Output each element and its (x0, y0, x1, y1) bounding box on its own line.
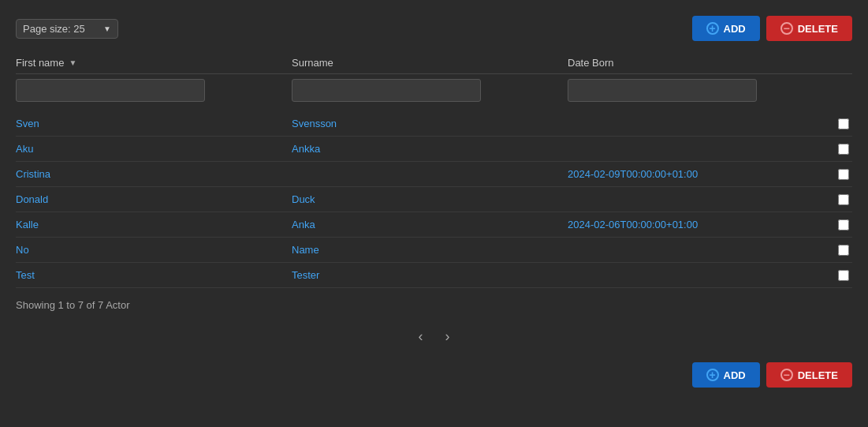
bottom-toolbar-buttons: + ADD − DELETE (692, 362, 852, 388)
row-checkbox[interactable] (838, 144, 849, 155)
delete-label-top: DELETE (798, 23, 838, 35)
prev-page-button[interactable]: ‹ (414, 327, 428, 346)
row-checkbox[interactable] (838, 169, 849, 180)
table-row: DonaldDuck (16, 187, 852, 212)
filter-row (16, 76, 852, 108)
top-toolbar: Page size: 25 ▼ + ADD − DELETE (16, 16, 852, 41)
col-header-firstname[interactable]: First name ▼ (16, 57, 292, 69)
filter-surname-input[interactable] (292, 79, 481, 102)
chevron-down-icon: ▼ (103, 24, 111, 33)
pagination-controls: ‹ › (16, 327, 852, 346)
col-header-dateborn[interactable]: Date Born (568, 57, 829, 69)
toolbar-buttons: + ADD − DELETE (692, 16, 852, 41)
filter-firstname-input[interactable] (16, 79, 205, 102)
add-label-top: ADD (724, 23, 746, 35)
sort-arrow-firstname: ▼ (69, 58, 76, 67)
row-checkbox[interactable] (838, 118, 849, 129)
cell-surname[interactable]: Name (292, 244, 568, 256)
delete-button-bottom[interactable]: − DELETE (766, 362, 852, 388)
delete-button-top[interactable]: − DELETE (766, 16, 852, 41)
cell-firstname[interactable]: Donald (16, 193, 292, 205)
cell-dateborn: 2024-02-09T00:00:00+01:00 (568, 168, 829, 180)
col-header-surname[interactable]: Surname (292, 57, 568, 69)
col-firstname-label: First name (16, 57, 64, 69)
cell-checkbox (829, 245, 852, 256)
add-button-bottom[interactable]: + ADD (692, 362, 760, 388)
table-row: NoName (16, 238, 852, 263)
cell-checkbox (829, 144, 852, 155)
table-row: Cristina2024-02-09T00:00:00+01:00 (16, 162, 852, 187)
cell-dateborn: 2024-02-06T00:00:00+01:00 (568, 219, 829, 230)
cell-checkbox (829, 194, 852, 205)
bottom-toolbar: + ADD − DELETE (16, 362, 852, 388)
cell-firstname[interactable]: Cristina (16, 168, 292, 180)
add-button-top[interactable]: + ADD (692, 16, 760, 41)
cell-firstname[interactable]: Kalle (16, 219, 292, 230)
row-checkbox[interactable] (838, 219, 849, 230)
table-header: First name ▼ Surname Date Born (16, 57, 852, 74)
delete-icon-top: − (780, 22, 793, 35)
table-row: AkuAnkka (16, 137, 852, 162)
filter-dateborn-input[interactable] (568, 79, 757, 102)
pagination-info: Showing 1 to 7 of 7 Actor (16, 299, 852, 311)
table-row: KalleAnka2024-02-06T00:00:00+01:00 (16, 212, 852, 238)
cell-surname[interactable]: Tester (292, 269, 568, 281)
table-rows: SvenSvenssonAkuAnkkaCristina2024-02-09T0… (16, 111, 852, 288)
cell-surname[interactable]: Svensson (292, 118, 568, 129)
cell-firstname[interactable]: Sven (16, 118, 292, 129)
cell-checkbox (829, 169, 852, 180)
row-checkbox[interactable] (838, 270, 849, 281)
delete-icon-bottom: − (780, 369, 793, 381)
table-row: TestTester (16, 263, 852, 288)
page-size-select[interactable]: Page size: 25 ▼ (16, 19, 118, 39)
delete-label-bottom: DELETE (798, 369, 838, 381)
col-surname-label: Surname (292, 57, 333, 69)
row-checkbox[interactable] (838, 194, 849, 205)
add-label-bottom: ADD (724, 369, 746, 381)
cell-checkbox (829, 270, 852, 281)
next-page-button[interactable]: › (441, 327, 455, 346)
cell-surname[interactable]: Anka (292, 219, 568, 230)
cell-firstname[interactable]: Aku (16, 143, 292, 155)
cell-firstname[interactable]: No (16, 244, 292, 256)
page-size-label: Page size: 25 (23, 23, 85, 35)
cell-checkbox (829, 219, 852, 230)
cell-surname[interactable]: Ankka (292, 143, 568, 155)
add-icon: + (706, 22, 719, 35)
add-icon-bottom: + (706, 369, 719, 381)
row-checkbox[interactable] (838, 245, 849, 256)
cell-surname[interactable]: Duck (292, 193, 568, 205)
col-dateborn-label: Date Born (568, 57, 614, 69)
cell-firstname[interactable]: Test (16, 269, 292, 281)
table-row: SvenSvensson (16, 111, 852, 137)
cell-checkbox (829, 118, 852, 129)
